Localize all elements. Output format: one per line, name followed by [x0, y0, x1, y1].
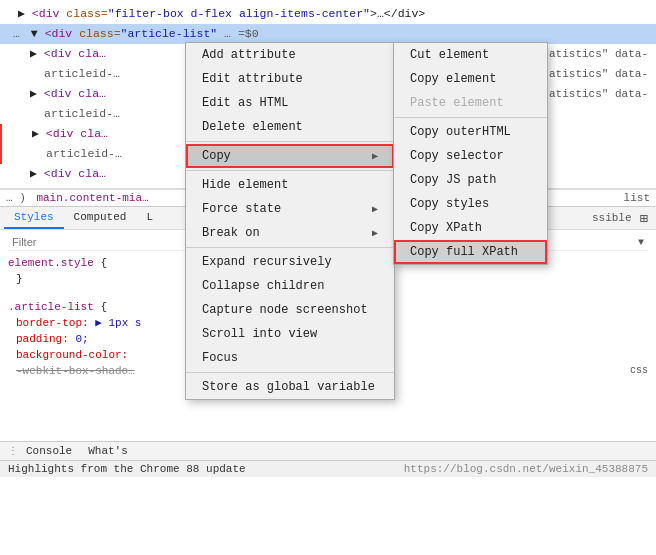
- menu-copy[interactable]: Copy ▶: [186, 144, 394, 168]
- menu-hide-element[interactable]: Hide element: [186, 173, 394, 197]
- breadcrumb-item[interactable]: main.content-mia…: [36, 192, 148, 204]
- break-on-arrow: ▶: [372, 227, 378, 239]
- menu-add-attribute[interactable]: Add attribute: [186, 43, 394, 67]
- menu-divider-3: [186, 247, 394, 248]
- triangle-1: ▶: [18, 7, 25, 20]
- status-text: Highlights from the Chrome 88 update: [8, 463, 246, 475]
- copy-arrow: ▶: [372, 150, 378, 162]
- menu-copy-js-path[interactable]: Copy JS path: [394, 168, 547, 192]
- menu-scroll-into-view[interactable]: Scroll into view: [186, 322, 394, 346]
- menu-copy-xpath[interactable]: Copy XPath: [394, 216, 547, 240]
- menu-collapse-children[interactable]: Collapse children: [186, 274, 394, 298]
- menu-focus[interactable]: Focus: [186, 346, 394, 370]
- menu-divider-1: [186, 141, 394, 142]
- menu-break-on[interactable]: Break on ▶: [186, 221, 394, 245]
- filter-icon: ▼: [638, 237, 644, 248]
- force-state-arrow: ▶: [372, 203, 378, 215]
- console-bar: ⋮ Console What's: [0, 441, 656, 460]
- menu-cut-element[interactable]: Cut element: [394, 43, 547, 67]
- context-menu-left: Add attribute Edit attribute Edit as HTM…: [185, 42, 395, 400]
- menu-delete-element[interactable]: Delete element: [186, 115, 394, 139]
- menu-dots[interactable]: ⋮: [8, 445, 18, 457]
- menu-copy-styles[interactable]: Copy styles: [394, 192, 547, 216]
- menu-copy-outerhtml[interactable]: Copy outerHTML: [394, 120, 547, 144]
- menu-capture-screenshot[interactable]: Capture node screenshot: [186, 298, 394, 322]
- menu-copy-full-xpath[interactable]: Copy full XPath: [394, 240, 547, 264]
- breadcrumb-dots: … ): [6, 192, 26, 204]
- status-url: https://blog.csdn.net/weixin_45388875: [404, 463, 648, 475]
- menu-expand-recursively[interactable]: Expand recursively: [186, 250, 394, 274]
- menu-edit-attribute[interactable]: Edit attribute: [186, 67, 394, 91]
- tab-computed[interactable]: Computed: [64, 207, 137, 229]
- menu-force-state[interactable]: Force state ▶: [186, 197, 394, 221]
- menu-divider-4: [186, 372, 394, 373]
- menu-paste-element: Paste element: [394, 91, 547, 115]
- menu-divider-2: [186, 170, 394, 171]
- context-menu-right: Cut element Copy element Paste element C…: [393, 42, 548, 265]
- menu-copy-element[interactable]: Copy element: [394, 67, 547, 91]
- tab-styles[interactable]: Styles: [4, 207, 64, 229]
- dom-line-2[interactable]: … ▼ <div class="article-list" … =$0: [0, 24, 656, 44]
- menu-store-global[interactable]: Store as global variable: [186, 375, 394, 399]
- dom-line-1[interactable]: ▶ <div class="filter-box d-flex align-it…: [0, 4, 656, 24]
- console-tab[interactable]: Console: [26, 445, 72, 457]
- menu-edit-html[interactable]: Edit as HTML: [186, 91, 394, 115]
- status-bar: Highlights from the Chrome 88 update htt…: [0, 460, 656, 477]
- whats-new-tab[interactable]: What's: [88, 445, 128, 457]
- submenu-divider-1: [394, 117, 547, 118]
- menu-copy-selector[interactable]: Copy selector: [394, 144, 547, 168]
- expand-icon[interactable]: ⊞: [640, 210, 652, 227]
- tab-l[interactable]: L: [136, 207, 163, 229]
